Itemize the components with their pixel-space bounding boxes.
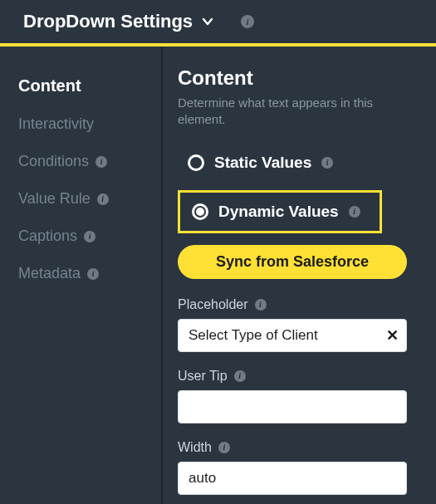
user-tip-field-block: User Tip i <box>178 369 421 423</box>
info-icon[interactable]: i <box>241 15 254 28</box>
info-icon[interactable]: i <box>234 370 246 382</box>
chevron-down-icon[interactable] <box>201 15 214 28</box>
user-tip-label: User Tip i <box>178 369 421 384</box>
info-icon[interactable]: i <box>96 156 107 168</box>
content-description: Determine what text appears in this elem… <box>178 95 410 129</box>
sidebar-item-label: Value Rule <box>18 190 91 208</box>
field-label-text: Width <box>178 440 212 455</box>
placeholder-field-block: Placeholder i ✕ <box>178 297 421 352</box>
width-label: Width i <box>178 440 421 455</box>
clear-icon[interactable]: ✕ <box>386 328 399 343</box>
info-icon[interactable]: i <box>87 268 99 280</box>
width-input[interactable] <box>178 462 407 495</box>
sidebar-item-label: Interactivity <box>18 115 94 133</box>
placeholder-label: Placeholder i <box>178 297 421 312</box>
info-icon[interactable]: i <box>255 299 267 311</box>
sidebar-item-label: Conditions <box>18 153 89 170</box>
sidebar: Content Interactivity Conditions i Value… <box>0 46 163 504</box>
panel-header: DropDown Settings i <box>0 0 436 46</box>
radio-icon <box>188 154 204 171</box>
user-tip-input[interactable] <box>178 390 407 423</box>
sidebar-item-label: Captions <box>18 228 77 245</box>
content-title: Content <box>178 66 421 90</box>
sync-from-salesforce-button[interactable]: Sync from Salesforce <box>178 245 407 279</box>
field-label-text: Placeholder <box>178 297 248 312</box>
sidebar-item-interactivity[interactable]: Interactivity <box>0 105 161 143</box>
info-icon[interactable]: i <box>321 157 333 169</box>
panel-title: DropDown Settings <box>23 11 193 32</box>
radio-dynamic-values[interactable]: Dynamic Values i <box>182 196 378 228</box>
info-icon[interactable]: i <box>97 193 109 205</box>
width-field-block: Width i <box>178 440 421 495</box>
sidebar-item-metadata[interactable]: Metadata i <box>0 255 161 292</box>
field-label-text: User Tip <box>178 369 228 384</box>
radio-label: Dynamic Values <box>218 203 339 221</box>
sidebar-item-value-rule[interactable]: Value Rule i <box>0 180 161 218</box>
radio-static-values[interactable]: Static Values i <box>178 147 421 179</box>
info-icon[interactable]: i <box>349 206 360 218</box>
info-icon[interactable]: i <box>84 231 96 242</box>
sidebar-item-conditions[interactable]: Conditions i <box>0 143 161 180</box>
radio-icon <box>192 203 208 220</box>
sidebar-item-label: Metadata <box>18 265 81 282</box>
content-panel: Content Determine what text appears in t… <box>163 46 436 504</box>
sidebar-item-captions[interactable]: Captions i <box>0 218 161 255</box>
sidebar-item-label: Content <box>18 76 81 95</box>
placeholder-input[interactable] <box>178 319 407 352</box>
info-icon[interactable]: i <box>218 442 230 453</box>
highlighted-selection: Dynamic Values i <box>178 190 382 233</box>
radio-label: Static Values <box>214 154 311 172</box>
sidebar-item-content[interactable]: Content <box>0 66 161 105</box>
values-radio-group: Static Values i <box>178 147 421 179</box>
